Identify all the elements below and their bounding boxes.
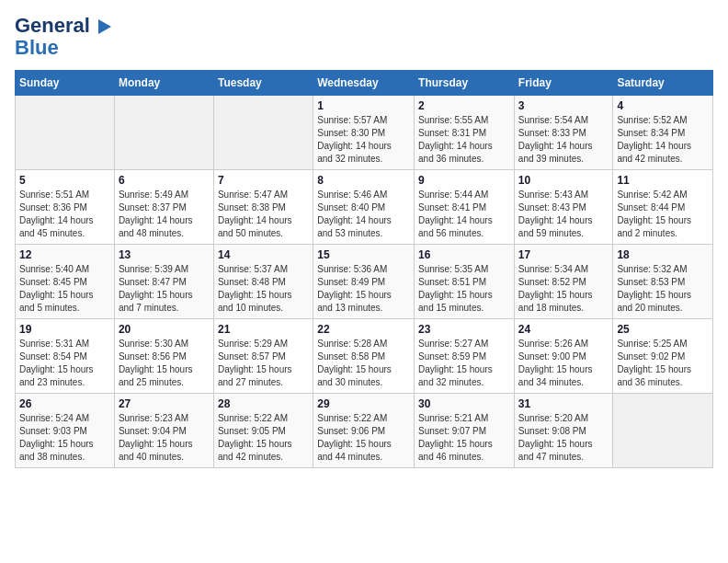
calendar-table: SundayMondayTuesdayWednesdayThursdayFrid… <box>15 70 713 468</box>
day-info: Sunrise: 5:22 AM Sunset: 9:05 PM Dayligh… <box>218 412 309 464</box>
calendar-week-2: 5Sunrise: 5:51 AM Sunset: 8:36 PM Daylig… <box>16 170 713 245</box>
logo-arrow-icon <box>98 19 111 34</box>
calendar-cell <box>213 96 313 170</box>
weekday-header-tuesday: Tuesday <box>213 71 313 96</box>
day-info: Sunrise: 5:43 AM Sunset: 8:43 PM Dayligh… <box>518 189 609 240</box>
day-number: 12 <box>19 248 110 261</box>
calendar-week-4: 19Sunrise: 5:31 AM Sunset: 8:54 PM Dayli… <box>16 319 713 394</box>
day-info: Sunrise: 5:23 AM Sunset: 9:04 PM Dayligh… <box>119 412 210 464</box>
calendar-header-row: SundayMondayTuesdayWednesdayThursdayFrid… <box>16 71 713 96</box>
day-info: Sunrise: 5:40 AM Sunset: 8:45 PM Dayligh… <box>19 263 110 315</box>
day-info: Sunrise: 5:24 AM Sunset: 9:03 PM Dayligh… <box>19 412 110 464</box>
calendar-week-3: 12Sunrise: 5:40 AM Sunset: 8:45 PM Dayli… <box>16 245 713 319</box>
calendar-cell: 2Sunrise: 5:55 AM Sunset: 8:31 PM Daylig… <box>415 96 515 170</box>
day-info: Sunrise: 5:55 AM Sunset: 8:31 PM Dayligh… <box>418 114 510 166</box>
day-number: 7 <box>218 174 309 187</box>
calendar-cell: 1Sunrise: 5:57 AM Sunset: 8:30 PM Daylig… <box>313 96 415 170</box>
day-number: 14 <box>218 248 309 261</box>
calendar-cell: 23Sunrise: 5:27 AM Sunset: 8:59 PM Dayli… <box>415 319 515 394</box>
calendar-cell: 29Sunrise: 5:22 AM Sunset: 9:06 PM Dayli… <box>313 394 415 468</box>
calendar-cell: 17Sunrise: 5:34 AM Sunset: 8:52 PM Dayli… <box>514 245 613 319</box>
calendar-cell: 10Sunrise: 5:43 AM Sunset: 8:43 PM Dayli… <box>514 170 613 245</box>
calendar-cell: 11Sunrise: 5:42 AM Sunset: 8:44 PM Dayli… <box>613 170 713 245</box>
day-info: Sunrise: 5:37 AM Sunset: 8:48 PM Dayligh… <box>218 263 309 315</box>
day-number: 30 <box>418 397 510 410</box>
day-number: 25 <box>617 323 709 336</box>
day-info: Sunrise: 5:31 AM Sunset: 8:54 PM Dayligh… <box>19 338 110 389</box>
day-number: 20 <box>119 323 210 336</box>
day-info: Sunrise: 5:49 AM Sunset: 8:37 PM Dayligh… <box>119 189 210 240</box>
day-number: 21 <box>218 323 309 336</box>
weekday-header-wednesday: Wednesday <box>313 71 415 96</box>
calendar-cell: 31Sunrise: 5:20 AM Sunset: 9:08 PM Dayli… <box>514 394 613 468</box>
day-info: Sunrise: 5:28 AM Sunset: 8:58 PM Dayligh… <box>317 338 410 389</box>
calendar-cell: 14Sunrise: 5:37 AM Sunset: 8:48 PM Dayli… <box>213 245 313 319</box>
logo: General Blue <box>15 15 111 59</box>
day-info: Sunrise: 5:36 AM Sunset: 8:49 PM Dayligh… <box>317 263 410 315</box>
calendar-cell: 12Sunrise: 5:40 AM Sunset: 8:45 PM Dayli… <box>16 245 115 319</box>
day-number: 11 <box>617 174 709 187</box>
day-info: Sunrise: 5:25 AM Sunset: 9:02 PM Dayligh… <box>617 338 709 389</box>
calendar-cell: 5Sunrise: 5:51 AM Sunset: 8:36 PM Daylig… <box>16 170 115 245</box>
day-number: 3 <box>518 99 609 112</box>
day-info: Sunrise: 5:42 AM Sunset: 8:44 PM Dayligh… <box>617 189 709 240</box>
day-info: Sunrise: 5:46 AM Sunset: 8:40 PM Dayligh… <box>317 189 410 240</box>
calendar-cell: 3Sunrise: 5:54 AM Sunset: 8:33 PM Daylig… <box>514 96 613 170</box>
day-number: 17 <box>518 248 609 261</box>
day-number: 9 <box>418 174 510 187</box>
day-number: 27 <box>119 397 210 410</box>
day-number: 23 <box>418 323 510 336</box>
day-info: Sunrise: 5:29 AM Sunset: 8:57 PM Dayligh… <box>218 338 309 389</box>
day-number: 10 <box>518 174 609 187</box>
weekday-header-friday: Friday <box>514 71 613 96</box>
calendar-cell: 18Sunrise: 5:32 AM Sunset: 8:53 PM Dayli… <box>613 245 713 319</box>
calendar-cell: 27Sunrise: 5:23 AM Sunset: 9:04 PM Dayli… <box>114 394 213 468</box>
calendar-cell: 28Sunrise: 5:22 AM Sunset: 9:05 PM Dayli… <box>213 394 313 468</box>
day-number: 19 <box>19 323 110 336</box>
day-info: Sunrise: 5:54 AM Sunset: 8:33 PM Dayligh… <box>518 114 609 166</box>
day-info: Sunrise: 5:32 AM Sunset: 8:53 PM Dayligh… <box>617 263 709 315</box>
day-info: Sunrise: 5:22 AM Sunset: 9:06 PM Dayligh… <box>317 412 410 464</box>
calendar-cell: 21Sunrise: 5:29 AM Sunset: 8:57 PM Dayli… <box>213 319 313 394</box>
day-number: 15 <box>317 248 410 261</box>
page-header: General Blue <box>15 15 713 59</box>
day-number: 2 <box>418 99 510 112</box>
calendar-cell: 22Sunrise: 5:28 AM Sunset: 8:58 PM Dayli… <box>313 319 415 394</box>
calendar-cell: 8Sunrise: 5:46 AM Sunset: 8:40 PM Daylig… <box>313 170 415 245</box>
calendar-cell: 19Sunrise: 5:31 AM Sunset: 8:54 PM Dayli… <box>16 319 115 394</box>
calendar-week-5: 26Sunrise: 5:24 AM Sunset: 9:03 PM Dayli… <box>16 394 713 468</box>
calendar-cell: 16Sunrise: 5:35 AM Sunset: 8:51 PM Dayli… <box>415 245 515 319</box>
calendar-week-1: 1Sunrise: 5:57 AM Sunset: 8:30 PM Daylig… <box>16 96 713 170</box>
day-info: Sunrise: 5:21 AM Sunset: 9:07 PM Dayligh… <box>418 412 510 464</box>
calendar-cell: 20Sunrise: 5:30 AM Sunset: 8:56 PM Dayli… <box>114 319 213 394</box>
day-number: 5 <box>19 174 110 187</box>
calendar-cell: 13Sunrise: 5:39 AM Sunset: 8:47 PM Dayli… <box>114 245 213 319</box>
day-number: 1 <box>317 99 410 112</box>
day-number: 4 <box>617 99 709 112</box>
day-info: Sunrise: 5:27 AM Sunset: 8:59 PM Dayligh… <box>418 338 510 389</box>
day-number: 18 <box>617 248 709 261</box>
weekday-header-sunday: Sunday <box>16 71 115 96</box>
calendar-cell: 30Sunrise: 5:21 AM Sunset: 9:07 PM Dayli… <box>415 394 515 468</box>
weekday-header-monday: Monday <box>114 71 213 96</box>
day-number: 24 <box>518 323 609 336</box>
calendar-cell: 26Sunrise: 5:24 AM Sunset: 9:03 PM Dayli… <box>16 394 115 468</box>
day-info: Sunrise: 5:20 AM Sunset: 9:08 PM Dayligh… <box>518 412 609 464</box>
day-info: Sunrise: 5:52 AM Sunset: 8:34 PM Dayligh… <box>617 114 709 166</box>
day-number: 6 <box>119 174 210 187</box>
calendar-cell: 24Sunrise: 5:26 AM Sunset: 9:00 PM Dayli… <box>514 319 613 394</box>
day-number: 31 <box>518 397 609 410</box>
day-number: 26 <box>19 397 110 410</box>
logo-general: General <box>15 14 90 37</box>
day-number: 13 <box>119 248 210 261</box>
calendar-cell <box>114 96 213 170</box>
day-number: 29 <box>317 397 410 410</box>
calendar-cell: 7Sunrise: 5:47 AM Sunset: 8:38 PM Daylig… <box>213 170 313 245</box>
day-number: 8 <box>317 174 410 187</box>
day-info: Sunrise: 5:47 AM Sunset: 8:38 PM Dayligh… <box>218 189 309 240</box>
day-number: 16 <box>418 248 510 261</box>
calendar-cell: 25Sunrise: 5:25 AM Sunset: 9:02 PM Dayli… <box>613 319 713 394</box>
logo-blue: Blue <box>15 37 111 59</box>
day-info: Sunrise: 5:26 AM Sunset: 9:00 PM Dayligh… <box>518 338 609 389</box>
calendar-cell: 6Sunrise: 5:49 AM Sunset: 8:37 PM Daylig… <box>114 170 213 245</box>
